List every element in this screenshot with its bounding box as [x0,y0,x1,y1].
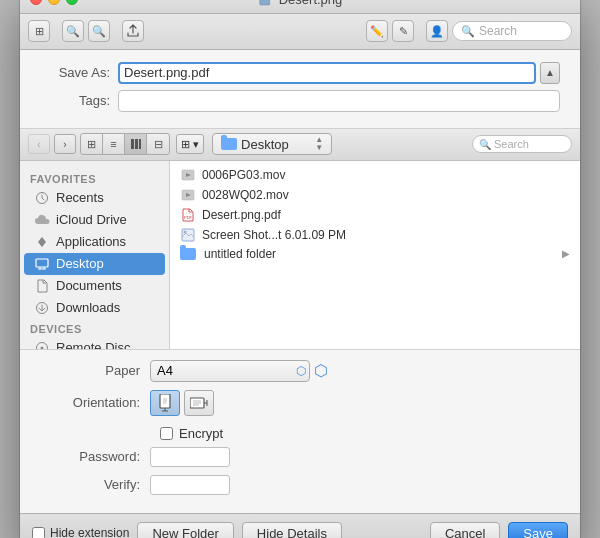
hide-extension-label: Hide extension [50,526,129,538]
bottom-bar: Hide extension New Folder Hide Details C… [20,513,580,539]
markup-button[interactable]: ✎ [392,20,414,42]
sidebar-item-icloud[interactable]: iCloud Drive [24,209,165,231]
password-input[interactable] [150,447,230,467]
forward-button[interactable]: › [54,134,76,154]
new-folder-button[interactable]: New Folder [137,522,233,538]
sidebar-item-label: Applications [56,234,126,249]
sidebar-item-recents[interactable]: Recents [24,187,165,209]
img-file-icon [180,227,196,243]
save-button[interactable]: Save [508,522,568,538]
file-item[interactable]: Screen Shot...t 6.01.09 PM [170,225,580,245]
gallery-view-button[interactable]: ⊟ [147,134,169,154]
devices-label: Devices [20,319,169,337]
verify-input[interactable] [150,475,230,495]
file-name: Desert.png.pdf [202,208,281,222]
column-view-icon [130,138,142,150]
file-item[interactable]: 0028WQ02.mov [170,185,580,205]
password-row: Password: [40,447,560,467]
paper-label: Paper [40,363,140,378]
print-settings: Paper A4 Letter Legal A3 ⬡ ⬡ Orientation… [20,349,580,513]
dialog-window: Desert.png ⊞ 🔍 🔍 ✏️ ✎ 👤 🔍 Search Save As… [20,0,580,538]
encrypt-row: Encrypt [160,424,560,443]
location-arrows: ▲ ▼ [315,136,323,152]
verify-row: Verify: [40,475,560,495]
file-name: untitled folder [204,247,276,261]
sidebar-item-label: Remote Disc [56,340,130,349]
filename-input[interactable] [118,62,536,84]
browser-search[interactable]: 🔍 Search [472,135,572,153]
sidebar: Favorites Recents iCloud Drive [20,161,170,349]
minimize-button[interactable] [48,0,60,5]
search-icon: 🔍 [461,25,475,38]
sidebar-toggle-button[interactable]: ⊞ [28,20,50,42]
back-button[interactable]: ‹ [28,134,50,154]
browser-panel: ‹ › ⊞ ≡ ⊟ ⊞ ▾ Desktop ▲ [20,129,580,349]
close-button[interactable] [30,0,42,5]
svg-rect-0 [260,0,270,5]
remote-disc-icon [34,340,50,349]
svg-rect-2 [131,139,134,149]
expand-button[interactable]: ▲ [540,62,560,84]
file-item[interactable]: 0006PG03.mov [170,165,580,185]
maximize-button[interactable] [66,0,78,5]
desktop-icon [34,256,50,272]
recents-icon [34,190,50,206]
file-name: 0028WQ02.mov [202,188,289,202]
sidebar-item-documents[interactable]: Documents [24,275,165,297]
hide-details-button[interactable]: Hide Details [242,522,342,538]
svg-rect-4 [139,139,141,149]
folder-arrow: ▶ [562,248,570,259]
landscape-icon [190,396,208,410]
browser-content: Favorites Recents iCloud Drive [20,161,580,349]
pdf-file-icon: PDF [180,207,196,223]
filename-row: Save As: ▲ [40,62,560,84]
svg-rect-3 [135,139,138,149]
zoom-out-button[interactable]: 🔍 [62,20,84,42]
sidebar-item-desktop[interactable]: Desktop [24,253,165,275]
file-name: Screen Shot...t 6.01.09 PM [202,228,346,242]
orientation-buttons [150,390,214,416]
portrait-button[interactable] [150,390,180,416]
icloud-icon [34,212,50,228]
cancel-button[interactable]: Cancel [430,522,500,538]
sidebar-item-remote-disc[interactable]: Remote Disc [24,337,165,349]
save-as-label: Save As: [40,65,110,80]
edit-button[interactable]: ✏️ [366,20,388,42]
browser-search-icon: 🔍 [479,139,491,150]
sidebar-item-applications[interactable]: Applications [24,231,165,253]
window-title: Desert.png [258,0,343,7]
favorites-label: Favorites [20,169,169,187]
file-item[interactable]: PDF Desert.png.pdf [170,205,580,225]
annotate-button[interactable]: 👤 [426,20,448,42]
mov-file-icon [180,167,196,183]
password-label: Password: [40,449,140,464]
share-icon [127,24,139,38]
paper-select-arrow: ⬡ [314,361,328,380]
paper-select[interactable]: A4 Letter Legal A3 [150,360,310,382]
sidebar-item-downloads[interactable]: Downloads [24,297,165,319]
file-list: 0006PG03.mov 0028WQ02.mov PDF Desert.png… [170,161,580,349]
toolbar-search-placeholder: Search [479,24,517,38]
file-item[interactable]: untitled folder ▶ [170,245,580,263]
location-bar[interactable]: Desktop ▲ ▼ [212,133,332,155]
list-view-button[interactable]: ≡ [103,134,125,154]
toolbar-search[interactable]: 🔍 Search [452,21,572,41]
zoom-in-button[interactable]: 🔍 [88,20,110,42]
column-view-button[interactable] [125,134,147,154]
svg-rect-6 [36,259,48,267]
hide-extension-checkbox[interactable] [32,527,45,539]
browser-search-placeholder: Search [494,138,529,150]
main-toolbar: ⊞ 🔍 🔍 ✏️ ✎ 👤 🔍 Search [20,14,580,50]
title-bar: Desert.png [20,0,580,14]
encrypt-checkbox[interactable] [160,427,173,440]
hide-extension-check: Hide extension [32,526,129,538]
arrange-button[interactable]: ⊞ ▾ [176,134,204,154]
svg-text:PDF: PDF [184,215,193,220]
portrait-icon [158,394,172,412]
tags-input[interactable] [118,90,560,112]
documents-icon [34,278,50,294]
share-button[interactable] [122,20,144,42]
landscape-button[interactable] [184,390,214,416]
icon-view-button[interactable]: ⊞ [81,134,103,154]
applications-icon [34,234,50,250]
